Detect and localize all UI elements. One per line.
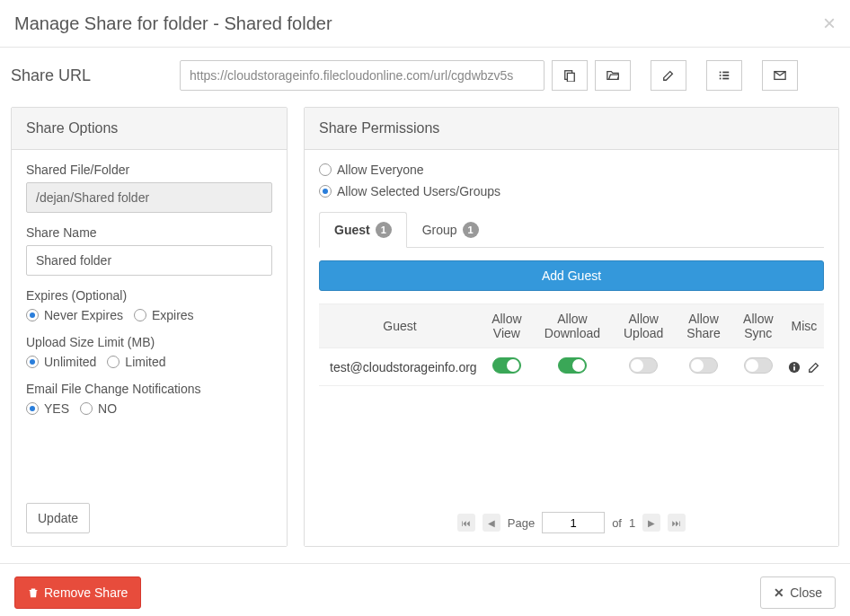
modal-title: Manage Share for folder - Shared folder — [14, 13, 332, 34]
radio-yes[interactable]: YES — [26, 401, 69, 416]
toggle-allow-download[interactable] — [558, 357, 587, 374]
pager-next[interactable]: ▶ — [642, 514, 660, 532]
svg-rect-7 — [722, 78, 729, 80]
svg-rect-6 — [720, 78, 722, 80]
radio-never-expires[interactable]: Never Expires — [26, 308, 123, 322]
radio-text: Allow Selected Users/Groups — [337, 184, 500, 198]
table-row: test@cloudstorageinfo.org — [319, 348, 824, 386]
share-permissions-panel: Share Permissions Allow Everyone Allow S… — [304, 107, 839, 547]
pencil-icon — [662, 69, 675, 82]
radio-icon — [107, 356, 120, 368]
modal-footer: Remove Share ✕ Close — [0, 563, 850, 616]
toggle-allow-upload[interactable] — [629, 357, 658, 374]
tab-badge: 1 — [463, 222, 479, 238]
email-notif-label: Email File Change Notifications — [26, 382, 272, 396]
share-options-heading: Share Options — [12, 108, 287, 150]
tab-group[interactable]: Group 1 — [407, 212, 494, 248]
col-view: Allow View — [481, 304, 533, 348]
info-icon[interactable] — [788, 361, 801, 374]
tab-badge: 1 — [376, 222, 392, 238]
toggle-allow-share[interactable] — [689, 357, 718, 374]
close-label: Close — [790, 585, 822, 600]
radio-icon — [319, 163, 332, 176]
permission-tabs: Guest 1 Group 1 — [319, 211, 824, 248]
radio-icon — [26, 402, 39, 415]
pager-last[interactable]: ⏭ — [668, 514, 686, 532]
mail-button[interactable] — [762, 60, 798, 91]
svg-rect-5 — [722, 75, 729, 76]
radio-icon — [26, 309, 39, 321]
share-options-panel: Share Options Shared File/Folder Share N… — [11, 107, 288, 547]
tab-guest[interactable]: Guest 1 — [319, 212, 407, 248]
radio-unlimited[interactable]: Unlimited — [26, 355, 96, 369]
shared-file-input — [26, 182, 272, 213]
radio-icon — [134, 309, 146, 321]
svg-rect-1 — [567, 73, 574, 82]
radio-no[interactable]: NO — [80, 401, 117, 416]
list-button[interactable] — [706, 60, 742, 91]
share-permissions-heading: Share Permissions — [305, 108, 838, 150]
share-url-label: Share URL — [11, 66, 173, 85]
share-name-label: Share Name — [26, 225, 272, 240]
radio-text: Never Expires — [44, 308, 123, 322]
envelope-icon — [774, 69, 786, 82]
trash-icon — [28, 587, 39, 598]
col-upload: Allow Upload — [612, 304, 675, 348]
pager: ⏮ ◀ Page of 1 ▶ ⏭ — [319, 386, 824, 533]
pager-current-input[interactable] — [542, 512, 605, 533]
radio-allow-selected[interactable]: Allow Selected Users/Groups — [319, 184, 824, 198]
col-sync: Allow Sync — [732, 304, 784, 348]
pager-of-label: of — [612, 516, 622, 530]
open-folder-button[interactable] — [595, 60, 631, 91]
add-guest-button[interactable]: Add Guest — [319, 260, 824, 291]
update-button[interactable]: Update — [26, 503, 90, 533]
pager-prev[interactable]: ◀ — [483, 514, 500, 532]
radio-text: YES — [44, 401, 69, 416]
guest-email: test@cloudstorageinfo.org — [319, 348, 481, 386]
pager-first[interactable]: ⏮ — [457, 514, 475, 532]
radio-text: Expires — [152, 308, 194, 322]
svg-rect-10 — [793, 366, 795, 370]
col-download: Allow Download — [533, 304, 612, 348]
list-icon — [718, 69, 730, 82]
svg-point-11 — [793, 364, 795, 365]
remove-share-label: Remove Share — [44, 585, 128, 600]
pager-total: 1 — [629, 516, 635, 530]
modal-header: Manage Share for folder - Shared folder … — [0, 0, 850, 48]
radio-icon — [80, 402, 93, 415]
toggle-allow-sync[interactable] — [744, 357, 773, 374]
svg-rect-4 — [720, 75, 722, 76]
edit-url-button[interactable] — [651, 60, 686, 91]
radio-expires[interactable]: Expires — [134, 308, 194, 322]
radio-text: Limited — [125, 355, 165, 369]
col-guest: Guest — [319, 304, 481, 348]
radio-icon — [319, 185, 332, 198]
radio-text: Unlimited — [44, 355, 96, 369]
svg-rect-3 — [722, 72, 729, 74]
expires-label: Expires (Optional) — [26, 288, 272, 303]
copy-icon — [563, 69, 576, 82]
tab-label: Group — [422, 223, 457, 237]
upload-limit-label: Upload Size Limit (MB) — [26, 335, 272, 349]
share-url-input[interactable] — [180, 60, 545, 91]
close-icon[interactable]: × — [823, 11, 836, 36]
tab-label: Guest — [334, 223, 370, 237]
permissions-table: Guest Allow View Allow Download Allow Up… — [319, 304, 824, 386]
toggle-allow-view[interactable] — [492, 357, 521, 374]
radio-limited[interactable]: Limited — [107, 355, 165, 369]
pager-page-label: Page — [508, 516, 535, 530]
folder-open-icon — [607, 69, 619, 82]
remove-share-button[interactable]: Remove Share — [14, 576, 141, 609]
col-misc: Misc — [784, 304, 824, 348]
col-share: Allow Share — [675, 304, 731, 348]
share-name-input[interactable] — [26, 245, 272, 276]
shared-file-label: Shared File/Folder — [26, 163, 272, 177]
svg-rect-2 — [720, 72, 722, 74]
radio-allow-everyone[interactable]: Allow Everyone — [319, 163, 824, 177]
close-button[interactable]: ✕ Close — [760, 576, 836, 609]
share-url-row: Share URL — [0, 48, 850, 107]
edit-row-icon[interactable] — [808, 361, 820, 374]
radio-text: Allow Everyone — [337, 163, 424, 177]
copy-url-button[interactable] — [552, 60, 588, 91]
radio-text: NO — [98, 401, 117, 416]
